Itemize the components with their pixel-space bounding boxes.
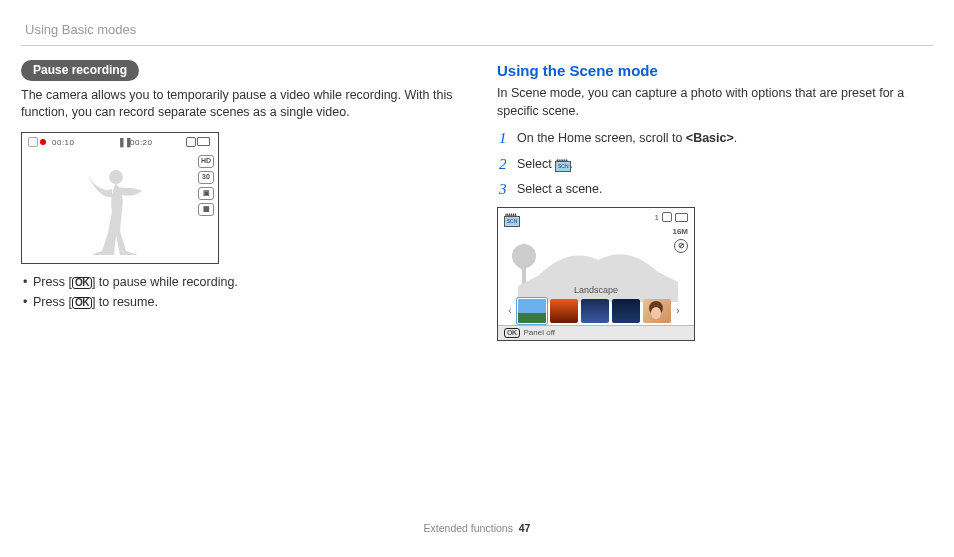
panel-bar: OK Panel off bbox=[498, 325, 694, 340]
pause-recording-paragraph: The camera allows you to temporarily pau… bbox=[21, 87, 457, 122]
step-number: 1 bbox=[499, 128, 507, 149]
focus-icon: ▦ bbox=[198, 203, 214, 216]
scene-thumbnails: ‹ › bbox=[506, 297, 686, 325]
right-column: Using the Scene mode In Scene mode, you … bbox=[497, 60, 933, 341]
svg-point-0 bbox=[109, 170, 123, 184]
next-arrow-icon: › bbox=[674, 299, 682, 323]
hd-badge: HD bbox=[198, 155, 214, 168]
scene-mode-icon bbox=[504, 213, 518, 225]
ok-button-icon: OK bbox=[72, 277, 92, 289]
instruction-bullets: Press [OK] to pause while recording. Pre… bbox=[21, 274, 457, 312]
thumb-sunset bbox=[550, 299, 578, 323]
bullet-resume: Press [OK] to resume. bbox=[21, 294, 457, 312]
battery-icon bbox=[675, 213, 688, 222]
breadcrumb: Using Basic modes bbox=[21, 21, 933, 39]
step-number: 3 bbox=[499, 179, 507, 200]
ok-button-icon: OK bbox=[72, 297, 92, 309]
thumb-portrait bbox=[643, 299, 671, 323]
resolution-badge: 16M bbox=[672, 226, 688, 237]
step-1: 1 On the Home screen, scroll to <Basic>. bbox=[497, 130, 933, 148]
step-number: 2 bbox=[499, 154, 507, 175]
left-column: Pause recording The camera allows you to… bbox=[21, 60, 457, 341]
elapsed-time: 00:10 bbox=[52, 137, 75, 148]
recording-screenshot: 00:10 ❚❚ 00:20 HD 30 ▣ ▦ bbox=[21, 132, 219, 264]
card-icon bbox=[662, 212, 672, 222]
card-icon bbox=[186, 137, 196, 147]
scene-mode-steps: 1 On the Home screen, scroll to <Basic>.… bbox=[497, 130, 933, 199]
metering-icon: ▣ bbox=[198, 187, 214, 200]
battery-icon bbox=[197, 137, 210, 146]
status-bar: 1 bbox=[655, 212, 688, 223]
fps-badge: 30 bbox=[198, 171, 214, 184]
page-footer: Extended functions 47 bbox=[21, 521, 933, 536]
pause-recording-pill: Pause recording bbox=[21, 60, 139, 81]
thumb-landscape bbox=[517, 298, 547, 324]
scene-mode-paragraph: In Scene mode, you can capture a photo w… bbox=[497, 85, 933, 120]
bullet-pause: Press [OK] to pause while recording. bbox=[21, 274, 457, 292]
thumb-dawn bbox=[581, 299, 609, 323]
scene-selection-screenshot: 1 16M ⊘ Landscape ‹ bbox=[497, 207, 695, 341]
thumb-night bbox=[612, 299, 640, 323]
divider bbox=[21, 45, 933, 46]
remaining-time: 00:20 bbox=[130, 137, 153, 148]
dancer-illustration bbox=[62, 163, 162, 263]
prev-arrow-icon: ‹ bbox=[506, 299, 514, 323]
scene-mode-icon bbox=[555, 158, 569, 170]
scene-mode-heading: Using the Scene mode bbox=[497, 60, 933, 81]
step-3: 3 Select a scene. bbox=[497, 181, 933, 199]
step-2: 2 Select . bbox=[497, 156, 933, 174]
scene-label: Landscape bbox=[498, 284, 694, 297]
panel-off-label: Panel off bbox=[524, 327, 555, 338]
rec-indicator-icon bbox=[28, 137, 38, 147]
ok-button-icon: OK bbox=[504, 328, 520, 338]
side-status-icons: HD 30 ▣ ▦ bbox=[198, 155, 214, 219]
rec-dot-icon bbox=[40, 139, 46, 145]
